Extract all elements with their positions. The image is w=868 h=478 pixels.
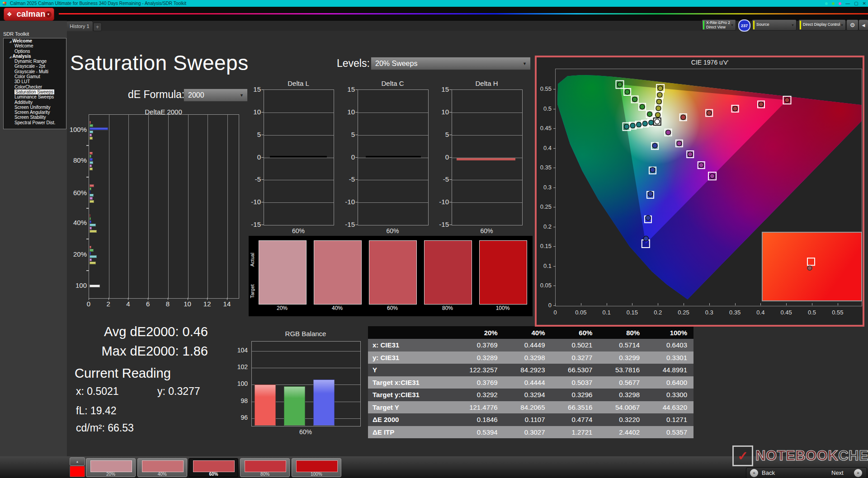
reading-y: y: 0.3277 [157,385,200,398]
sidebar-item-screen-angularity[interactable]: Screen Angularity [4,110,66,115]
sidebar-item-options[interactable]: Options [4,49,66,54]
axis-tick [760,303,761,305]
de-ytick: 100 [66,281,87,289]
sidebar-item-grayscale-2pt[interactable]: Grayscale - 2pt [4,64,66,69]
minimize-button[interactable]: — [845,0,850,7]
table-row: y: CIE310.32890.32980.32770.32990.3301 [368,351,693,364]
sidebar-item-luminance-sweeps[interactable]: Luminance Sweeps [4,94,66,99]
close-button[interactable]: ✕ [863,0,866,7]
gear-icon: ⚙ [850,22,855,28]
add-tab-button[interactable]: + [93,23,102,31]
current-reading-label: Current Reading [75,366,171,381]
de-bar-cyan-80% [90,161,93,164]
swatch-20% [259,240,307,305]
cie-ytick: 0.15 [536,243,552,249]
gridline [358,202,428,203]
tree-expander-icon[interactable]: ◢ [9,55,11,58]
axis-tick [355,112,358,112]
sidebar-item-additivity[interactable]: Additivity [4,100,66,105]
next-chevron-icon[interactable]: » [854,469,862,477]
patch-card-100%[interactable]: 100% [292,458,341,477]
gridline [264,135,334,136]
swatch-80% [424,240,472,305]
de-bar-blue-40% [90,220,91,223]
axis-tick [261,202,264,202]
sidebar-item-screen-stability[interactable]: Screen Stability [4,115,66,120]
tree-expander-icon[interactable]: ◢ [9,40,11,43]
sidebar-item-welcome[interactable]: ◢Welcome [4,38,66,43]
de-xtick: 10 [181,300,194,308]
next-button[interactable]: Next [831,469,844,476]
gridline [452,112,522,113]
calman-menu-arrow-icon[interactable]: ▼ [45,11,52,18]
gridline [252,368,360,368]
levels-dropdown[interactable]: 20% Sweeps▼ [371,57,531,70]
back-button[interactable]: Back [762,469,775,476]
wizard-nav-bar: « Back Next » [746,467,867,478]
sidebar-item-saturation-sweeps[interactable]: Saturation Sweeps [4,89,66,94]
patch-card-80%[interactable]: 80% [240,458,290,477]
sidebar-item-3d-lut[interactable]: 3D LUT [4,79,66,84]
de-ytick: 20% [66,250,87,258]
sidebar-item-spectral-power-dist-[interactable]: Spectral Power Dist. [4,120,66,125]
ytick: 0 [432,153,449,161]
patch-card-40%[interactable]: 40% [137,458,187,477]
display-control-dropdown[interactable]: Direct Display Control ▼ [798,19,846,31]
de-ytick: 100% [66,126,87,133]
gridline [452,202,522,203]
sidebar-item-grayscale-multi[interactable]: Grayscale - Multi [4,69,66,74]
sidebar-item-analysis[interactable]: ◢Analysis [4,54,66,59]
source-dropdown[interactable]: Source ▼ [752,19,797,31]
meter-dropdown[interactable]: X-Rite i1Pro 2Direct View ▼ [702,19,736,31]
cie-xtick: 0.05 [572,309,590,316]
rgb-ytick: 100 [230,380,248,387]
axis-tick [355,89,358,90]
delta-bar [366,156,421,158]
de-xtick: 4 [122,300,134,308]
sidebar-item-dynamic-range[interactable]: Dynamic Range [4,59,66,64]
panel-collapse-button[interactable]: ◀ [859,19,868,31]
eye-preview-button[interactable]: ▲ [70,457,85,466]
calman-menu-button[interactable]: ❖ calman ▼ [4,8,54,21]
window-title: Calman 2025 Calman Ultimate for Business… [10,1,186,6]
cie-ytick: 0.35 [536,164,552,171]
de-bar-red-20% [90,246,91,248]
sidebar-item-screen-uniformity[interactable]: Screen Uniformity [4,105,66,110]
patch-card-20%[interactable]: 20% [86,458,136,477]
sidebar-item-color-gamut[interactable]: Color Gamut [4,74,66,79]
back-chevron-icon[interactable]: « [750,469,758,477]
delta-c-chart [358,89,429,225]
de-bar-cyan-60% [90,194,94,197]
axis-tick [188,298,188,300]
de-bar-magenta-60% [90,197,93,200]
rgb-ytick: 96 [230,414,248,421]
de-formula-label: dE Formula: [128,89,184,101]
status-dot-pink [839,2,841,5]
patch-card-60%[interactable]: 60% [189,458,238,477]
tab-history-1[interactable]: History 1 [66,21,93,31]
ytick: 15 [244,85,261,93]
de-xtick: 2 [102,300,115,308]
settings-gear-button[interactable]: ⚙ [846,19,859,31]
de-bar-yellow-40% [90,230,97,233]
ytick: -15 [338,220,355,228]
ytick: -15 [244,220,261,228]
axis-tick [355,157,358,158]
ytick: -10 [244,198,261,206]
patch-label-40%: 40% [138,472,187,477]
maximize-button[interactable]: ▢ [854,0,858,7]
axis-tick [261,135,264,135]
sidebar-item-colorchecker[interactable]: ColorChecker [4,84,66,89]
rgb-balance-xlabel: 60% [251,428,360,436]
actual-row-label: Actual [250,244,256,276]
sidebar-item-welcome[interactable]: Welcome [4,43,66,48]
axis-tick [553,266,556,267]
cie-xtick: 0.4 [751,309,769,316]
axis-tick [449,179,452,180]
chevron-left-icon: ◀ [862,23,865,28]
de-formula-dropdown[interactable]: 2000▼ [184,89,248,102]
cie-xtick: 0.15 [623,309,641,316]
de-bar-red-40% [90,214,90,217]
axis-tick [553,207,556,207]
chevron-down-icon: ▼ [731,23,734,27]
